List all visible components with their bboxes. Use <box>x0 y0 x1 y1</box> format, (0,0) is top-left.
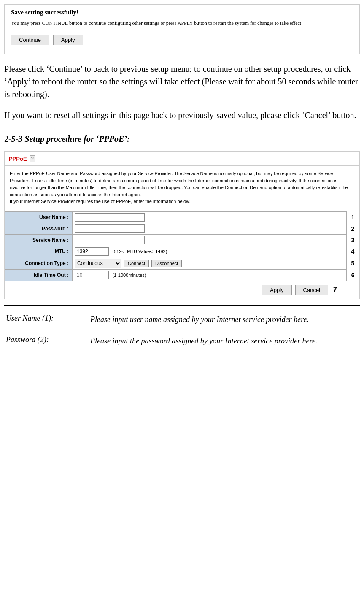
description-2: If you want to reset all settings in thi… <box>4 109 360 122</box>
idle-timeout-input-cell: (1-1000minutes) <box>73 269 347 281</box>
pppoe-description: Enter the PPPoE User Name and Password a… <box>5 166 359 209</box>
bottom-divider <box>4 305 360 306</box>
connection-type-input-cell: Continuous Connect on Demand Manual Conn… <box>73 257 347 269</box>
password-row: Password : 2 <box>5 223 359 234</box>
field-number-6: 6 <box>347 269 359 281</box>
conn-type-controls: Continuous Connect on Demand Manual Conn… <box>75 259 344 268</box>
field-number-4: 4 <box>347 246 359 257</box>
field-number-5: 5 <box>347 257 359 269</box>
pppoe-box: PPPoE ? Enter the PPPoE User Name and Pa… <box>4 151 360 299</box>
pppoe-bottom-bar: Apply Cancel 7 <box>5 281 359 299</box>
mtu-input[interactable] <box>75 247 109 256</box>
pppoe-help-icon[interactable]: ? <box>30 155 35 162</box>
bottom-number: 7 <box>333 286 342 294</box>
main-content: Please click ‘Continue’ to back to previ… <box>0 54 364 354</box>
field-desc-value: Please input user name assigned by your … <box>89 311 360 328</box>
service-name-input-cell <box>73 234 347 246</box>
section-title: 5-3 Setup procedure for ‘PPPoE’: <box>11 134 130 143</box>
service-name-row: Service Name : 3 <box>5 234 359 246</box>
section-prefix: 2- <box>4 134 11 143</box>
user-name-input-cell <box>73 211 347 223</box>
field-number-2: 2 <box>347 223 359 234</box>
password-label: Password : <box>5 223 73 234</box>
description-1: Please click ‘Continue’ to back to previ… <box>4 62 360 100</box>
idle-timeout-row: Idle Time Out : (1-1000minutes) 6 <box>5 269 359 281</box>
user-name-row: User Name : 1 <box>5 211 359 223</box>
connection-type-select[interactable]: Continuous Connect on Demand Manual <box>75 259 121 268</box>
user-name-input[interactable] <box>75 213 145 222</box>
connect-button[interactable]: Connect <box>124 260 149 267</box>
pppoe-cancel-button[interactable]: Cancel <box>295 285 328 295</box>
save-desc: You may press CONTINUE button to continu… <box>11 19 353 27</box>
field-desc-label: Password (2): <box>4 333 89 349</box>
field-desc-row: User Name (1):Please input user name ass… <box>4 311 360 328</box>
field-desc-row: Password (2):Please input the password a… <box>4 333 360 349</box>
idle-timeout-hint: (1-1000minutes) <box>112 273 146 278</box>
password-input-cell <box>73 223 347 234</box>
field-desc-label: User Name (1): <box>4 311 89 328</box>
pppoe-logo: PPPoE <box>9 156 27 162</box>
mtu-input-cell: (512<=MTU Value<=1492) <box>73 246 347 257</box>
pppoe-form-table: User Name : 1 Password : 2 Service N <box>5 211 359 281</box>
field-number-1: 1 <box>347 211 359 223</box>
mtu-row: MTU : (512<=MTU Value<=1492) 4 <box>5 246 359 257</box>
service-name-input[interactable] <box>75 236 145 244</box>
pppoe-header: PPPoE ? <box>5 152 359 166</box>
field-number-3: 3 <box>347 234 359 246</box>
save-title: Save setting successfully! <box>11 9 353 16</box>
top-buttons: Continue Apply <box>11 35 353 45</box>
idle-timeout-label: Idle Time Out : <box>5 269 73 281</box>
field-desc-value: Please input the password assigned by yo… <box>89 333 360 349</box>
pppoe-apply-button[interactable]: Apply <box>262 285 292 295</box>
field-descriptions-table: User Name (1):Please input user name ass… <box>4 311 360 349</box>
mtu-hint: (512<=MTU Value<=1492) <box>112 249 167 254</box>
connection-type-label: Connection Type : <box>5 257 73 269</box>
continue-button[interactable]: Continue <box>11 35 49 45</box>
disconnect-button[interactable]: Disconnect <box>151 260 182 267</box>
section-heading: 2-5-3 Setup procedure for ‘PPPoE’: <box>4 134 360 144</box>
password-input[interactable] <box>75 224 145 233</box>
service-name-label: Service Name : <box>5 234 73 246</box>
idle-timeout-input[interactable] <box>75 271 109 279</box>
user-name-label: User Name : <box>5 211 73 223</box>
top-apply-button[interactable]: Apply <box>53 35 83 45</box>
spacer-row <box>4 328 360 333</box>
save-success-box: Save setting successfully! You may press… <box>4 4 360 54</box>
connection-type-row: Connection Type : Continuous Connect on … <box>5 257 359 269</box>
mtu-label: MTU : <box>5 246 73 257</box>
